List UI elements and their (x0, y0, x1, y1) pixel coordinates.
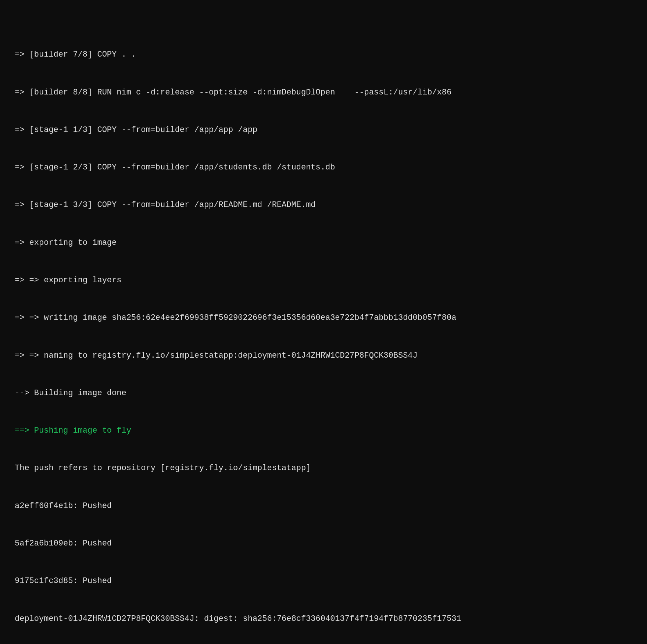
terminal-line-8: => => writing image sha256:62e4ee2f69938… (15, 312, 632, 324)
terminal-output: => [builder 7/8] COPY . . => [builder 8/… (15, 11, 632, 644)
terminal-line-1: => [builder 7/8] COPY . . (15, 49, 632, 61)
terminal-line-6: => exporting to image (15, 237, 632, 249)
terminal-line-14: 5af2a6b109eb: Pushed (15, 537, 632, 550)
terminal-line-9: => => naming to registry.fly.io/simplest… (15, 350, 632, 362)
terminal-line-13: a2eff60f4e1b: Pushed (15, 500, 632, 512)
terminal-line-7: => => exporting layers (15, 274, 632, 287)
terminal-line-10: --> Building image done (15, 387, 632, 400)
terminal-line-2: => [builder 8/8] RUN nim c -d:release --… (15, 86, 632, 99)
terminal-line-12: The push refers to repository [registry.… (15, 462, 632, 475)
terminal-line-15: 9175c1fc3d85: Pushed (15, 575, 632, 587)
terminal-line-11: ==> Pushing image to fly (15, 425, 632, 437)
terminal-line-16: deployment-01J4ZHRW1CD27P8FQCK30BSS4J: d… (15, 613, 632, 625)
terminal-line-4: => [stage-1 2/3] COPY --from=builder /ap… (15, 161, 632, 174)
terminal-line-3: => [stage-1 1/3] COPY --from=builder /ap… (15, 124, 632, 136)
terminal-line-5: => [stage-1 3/3] COPY --from=builder /ap… (15, 199, 632, 211)
